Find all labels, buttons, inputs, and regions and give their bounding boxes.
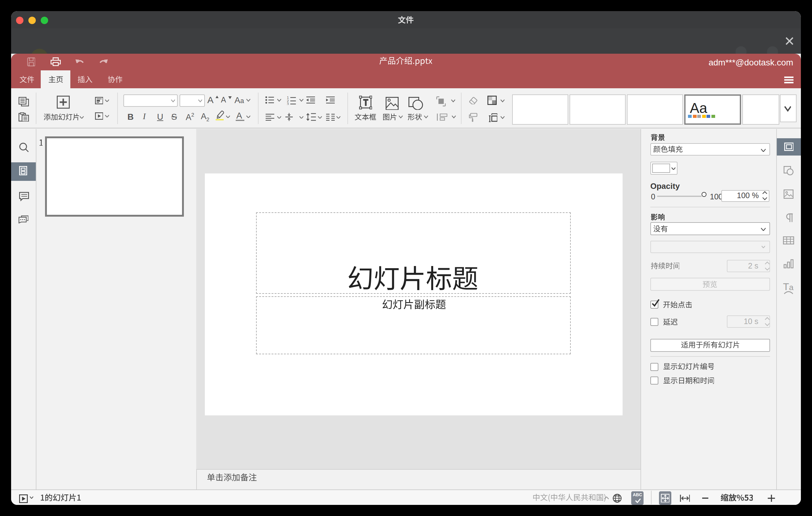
svg-text:3: 3 bbox=[287, 102, 288, 105]
